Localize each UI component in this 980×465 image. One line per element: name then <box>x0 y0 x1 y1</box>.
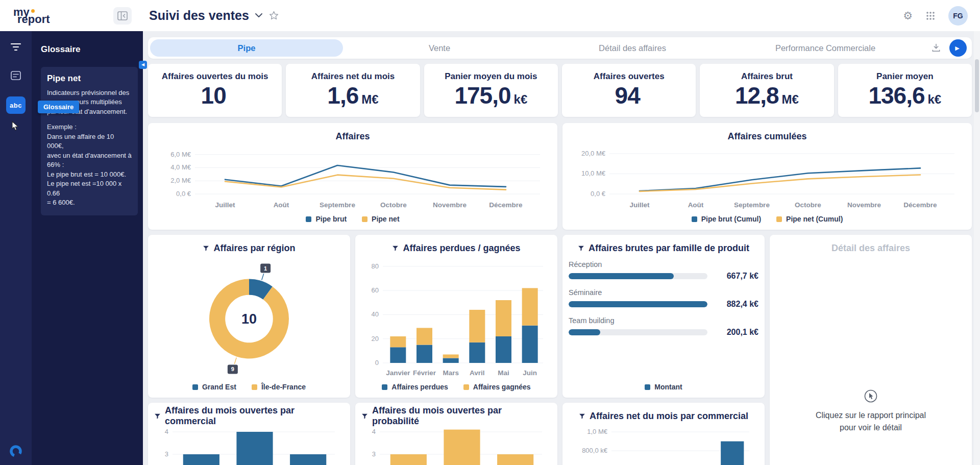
glossary-example-line: Le pipe net est =10 000 x 0.66 <box>47 179 132 198</box>
apps-grid-icon[interactable] <box>926 11 935 20</box>
vertical-scrollbar <box>974 31 980 465</box>
hbar-fill <box>569 329 600 335</box>
panel-affaires-net-mois-commercial: Affaires net du mois par commercial 1,0 … <box>562 403 765 465</box>
panel-title: Affaires net du mois par commercial <box>569 409 758 423</box>
favorite-star-icon[interactable] <box>268 10 279 21</box>
svg-text:3: 3 <box>372 450 376 458</box>
myreport-logo-icon <box>9 445 22 458</box>
svg-text:Août: Août <box>688 201 704 209</box>
collapse-sidebar-button[interactable] <box>113 7 132 25</box>
panel-affaires-par-region: Affaires par région 1910 Grand Est Île-d… <box>148 235 350 398</box>
glossary-abc-icon[interactable]: abc <box>6 96 26 114</box>
legend-item[interactable]: Affaires perdues <box>382 383 448 391</box>
filter-funnel-icon <box>578 245 584 252</box>
legend-item[interactable]: Affaires gagnées <box>463 383 531 391</box>
legend-item[interactable]: Grand Est <box>192 383 236 391</box>
kpi-label: Panier moyen du mois <box>445 71 537 82</box>
svg-text:Octobre: Octobre <box>795 201 821 209</box>
panel-affaires: Affaires 6,0 M€4,0 M€2,0 M€0,0 €JuilletA… <box>148 123 557 230</box>
bar-chart-mois-commercial[interactable]: 43 <box>154 423 344 465</box>
dashboard-grid: Affaires 6,0 M€4,0 M€2,0 M€0,0 €JuilletA… <box>148 123 972 465</box>
tab-performance-commerciale[interactable]: Performance Commerciale <box>729 39 922 57</box>
svg-text:Mai: Mai <box>498 369 509 377</box>
panel-detail-des-affaires: Détail des affaires Cliquez sur le rappo… <box>770 235 972 465</box>
hbar-track <box>569 329 707 335</box>
user-avatar[interactable]: FG <box>948 6 968 26</box>
svg-text:4: 4 <box>165 428 168 435</box>
svg-text:3: 3 <box>165 450 168 458</box>
glossary-text-line: Indicateurs prévisionnel des <box>47 88 132 97</box>
hbar-row: Réception 667,7 k€ <box>569 260 758 281</box>
kpi-label: Affaires brut <box>741 71 793 82</box>
donut-chart-region[interactable]: 1910 <box>154 255 344 380</box>
hbar-row: Team building 200,1 k€ <box>569 316 758 337</box>
tab-pipe[interactable]: Pipe <box>150 39 343 57</box>
svg-text:Décembre: Décembre <box>903 201 937 209</box>
tab-vente[interactable]: Vente <box>343 39 536 57</box>
myreport-logo[interactable]: my report <box>13 8 62 23</box>
hbar-label: Team building <box>569 316 758 325</box>
bar-chart-net-mois-commercial[interactable]: 1,0 M€800,0 k€ <box>569 423 758 465</box>
svg-text:0,0 €: 0,0 € <box>591 190 606 198</box>
download-icon[interactable] <box>931 43 941 53</box>
svg-text:Septembre: Septembre <box>734 201 770 209</box>
svg-text:Octobre: Octobre <box>380 201 407 209</box>
stacked-bar-chart-perdues-gagnees[interactable]: 806040200JanvierFévrierMarsAvrilMaiJuin <box>361 255 551 380</box>
kpi-unit: M€ <box>361 92 378 107</box>
settings-gear-icon[interactable]: ⚙ <box>903 10 913 22</box>
kpi-card-affaires-ouvertes: Affaires ouvertes 94 <box>562 64 696 117</box>
glossary-example-line: = 6 600€. <box>47 198 132 207</box>
tab-detail-des-affaires[interactable]: Détail des affaires <box>536 39 729 57</box>
filter-icon[interactable] <box>6 38 26 56</box>
kpi-unit: k€ <box>514 92 528 107</box>
legend-swatch <box>362 216 368 222</box>
glossary-card: Pipe net Indicateurs prévisionnel des co… <box>41 67 138 215</box>
collapse-panel-icon <box>117 11 128 20</box>
panel-collapse-button[interactable]: ◀ <box>139 61 147 69</box>
report-panel-icon[interactable] <box>6 67 26 84</box>
scrollbar-thumb[interactable] <box>975 59 979 112</box>
hbar-label: Réception <box>569 260 758 268</box>
legend-swatch <box>382 384 387 390</box>
glossary-example-line: 66% : <box>47 160 132 169</box>
kpi-value: 94 <box>615 82 640 109</box>
svg-text:1: 1 <box>264 265 267 272</box>
svg-text:20: 20 <box>372 335 379 342</box>
svg-text:Février: Février <box>413 369 436 377</box>
chevron-down-icon[interactable] <box>255 13 262 18</box>
legend-item[interactable]: Pipe brut <box>306 215 347 223</box>
svg-text:80: 80 <box>372 262 379 270</box>
kpi-label: Affaires net du mois <box>311 71 395 82</box>
logo-orange-dot <box>31 9 35 13</box>
panel-affaires-brutes-famille: Affaires brutes par famille de produit R… <box>562 235 765 398</box>
hbar-fill <box>569 301 707 307</box>
hbar-chart-familles[interactable]: Réception 667,7 k€ Séminaire 882,4 k€ Te… <box>569 260 758 380</box>
panel-title: Détail des affaires <box>776 241 966 255</box>
filter-funnel-icon <box>579 413 585 420</box>
hbar-track <box>569 301 707 307</box>
glossary-example-line: Exemple : <box>47 123 132 132</box>
legend-item[interactable]: Île-de-France <box>252 383 306 391</box>
svg-text:4: 4 <box>372 428 376 435</box>
legend-item[interactable]: Pipe net (Cumul) <box>776 215 843 223</box>
line-chart-affaires[interactable]: 6,0 M€4,0 M€2,0 M€0,0 €JuilletAoûtSeptem… <box>154 143 551 212</box>
legend-item[interactable]: Montant <box>645 383 682 391</box>
glossary-example-line: Dans une affaire de 10 000€, <box>47 132 132 151</box>
chart-legend: Montant <box>569 380 758 394</box>
panel-affaires-mois-commercial: Affaires du mois ouvertes par commercial… <box>148 403 350 465</box>
panel-title: Affaires perdues / gagnées <box>361 241 551 255</box>
svg-text:20,0 M€: 20,0 M€ <box>581 150 606 157</box>
legend-swatch <box>306 216 311 222</box>
play-button[interactable]: ▶ <box>949 39 967 57</box>
hbar-value: 200,1 k€ <box>715 328 758 337</box>
line-chart-affaires-cumulees[interactable]: 20,0 M€10,0 M€0,0 €JuilletAoûtSeptembreO… <box>569 143 966 212</box>
legend-item[interactable]: Pipe brut (Cumul) <box>692 215 761 223</box>
hbar-track <box>569 273 707 279</box>
kpi-card-panier-moyen: Panier moyen 136,6k€ <box>838 64 972 117</box>
panel-title: Affaires brutes par famille de produit <box>569 241 758 255</box>
svg-text:1,0 M€: 1,0 M€ <box>587 428 608 435</box>
svg-text:800,0 k€: 800,0 k€ <box>582 447 608 454</box>
mouse-cursor-icon <box>11 121 19 131</box>
bar-chart-mois-probabilite[interactable]: 43 <box>361 423 551 465</box>
legend-item[interactable]: Pipe net <box>362 215 399 223</box>
